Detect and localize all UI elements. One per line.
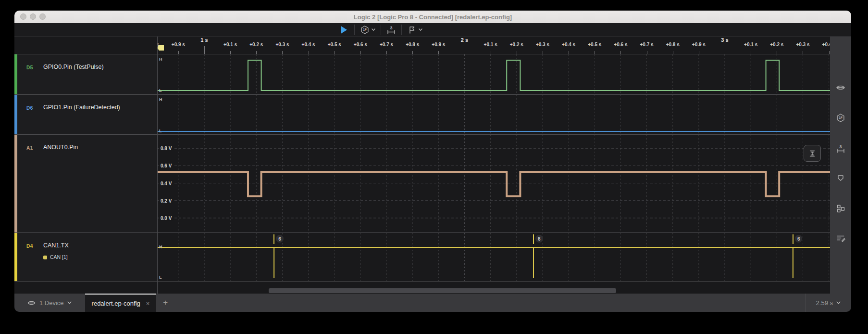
device-lens-icon [836, 83, 845, 92]
vertical-fit-icon [807, 149, 817, 158]
device-selector-button[interactable]: 1 Device [27, 299, 72, 307]
waveform-d4[interactable] [157, 233, 830, 281]
scrollbar-thumb[interactable] [269, 288, 616, 293]
measurements-panel-button[interactable]: 3 [836, 144, 845, 154]
channel-label-d5[interactable]: D5 GPIO0.Pin (TestPulse) [14, 54, 157, 94]
ruler-tick-label: +0.3 s [796, 42, 809, 47]
main-toolbar: 1F 3 [14, 23, 851, 37]
svg-text:3: 3 [839, 144, 842, 149]
device-selector-label: 1 Device [39, 299, 64, 307]
channel-row-d5: D5 GPIO0.Pin (TestPulse) HL [14, 54, 851, 94]
ruler-tick-label: +0.2 s [510, 42, 523, 47]
analyzer-swatch [43, 256, 47, 259]
channel-id-d6: D6 [26, 105, 33, 111]
ruler-tick-label: +0.4 s [822, 42, 830, 47]
markers-panel-button[interactable] [836, 173, 845, 183]
ruler-tick-label: +0.4 s [302, 42, 315, 47]
channel-id-d5: D5 [26, 65, 33, 70]
measure-ruler-icon: 3 [386, 25, 396, 35]
ruler-tick-mark [204, 46, 205, 54]
ruler-tick-label: +0.9 s [172, 42, 185, 47]
marker-flag-icon [836, 173, 845, 183]
channel-row-d4: D4 CAN1.TX CAN [1] HL666 [14, 232, 851, 281]
channel-label-a1[interactable]: A1 ANOUT0.Pin [14, 135, 157, 232]
voltage-scale-label: 0.8 V [159, 146, 173, 151]
right-sidebar: 1F 3 [830, 37, 851, 294]
waveform-d6[interactable] [157, 95, 830, 134]
ruler-tick-label: +0.5 s [588, 42, 601, 47]
label-waveform-divider [157, 37, 158, 294]
chevron-down-icon [67, 301, 72, 305]
notes-panel-button[interactable] [836, 233, 845, 243]
ruler-tick-label: 3 s [721, 37, 728, 43]
window-zoom-button[interactable] [39, 13, 46, 20]
trigger-settings-button[interactable]: 1F [355, 23, 381, 37]
channel-name-a1: ANOUT0.Pin [43, 144, 78, 151]
waveform-d5[interactable] [157, 54, 830, 94]
voltage-scale-label: 0.4 V [159, 180, 173, 186]
ruler-tick-label: +0.2 s [249, 42, 263, 47]
level-label: H [159, 57, 162, 62]
waveform-plot [157, 233, 830, 281]
ruler-tick-mark [465, 46, 465, 54]
ruler-tick-label: +0.1 s [484, 42, 497, 47]
timeline-ruler[interactable]: +0.8 s+0.9 s1 s+0.1 s+0.2 s+0.3 s+0.4 s+… [157, 37, 830, 54]
extensions-blocks-icon [836, 204, 845, 213]
title-bar: Logic 2 [Logic Pro 8 - Connected] [redal… [14, 11, 851, 23]
channel-label-d6[interactable]: D6 GPIO1.Pin (FailureDetected) [14, 95, 157, 134]
analog-scale-button[interactable] [804, 145, 821, 162]
ruler-tick-label: +0.2 s [770, 42, 783, 47]
can-frame-start-tick [533, 234, 534, 244]
ruler-tick-label: +0.8 s [666, 42, 680, 47]
ruler-tick-label: +0.6 s [354, 42, 367, 47]
level-label: H [159, 97, 162, 102]
channel-stripe-d6 [14, 95, 17, 134]
ruler-tick-label: +0.1 s [223, 42, 237, 47]
can-frame-badge[interactable]: 6 [276, 235, 284, 243]
measure-badge: 3 [390, 26, 392, 30]
ruler-tick-label: 2 s [461, 37, 468, 43]
chevron-down-icon [372, 28, 375, 31]
tab-close-button[interactable]: × [146, 300, 150, 307]
channel-row-d6: D6 GPIO1.Pin (FailureDetected) HL [14, 94, 851, 134]
horizontal-scrollbar[interactable] [14, 288, 851, 294]
ruler-tick-label: +0.1 s [744, 42, 757, 47]
channel-stripe-a1 [14, 135, 17, 232]
channel-row-a1: A1 ANOUT0.Pin 0.8 V0.6 V0.4 V0.2 V0.0 V [14, 134, 851, 232]
channel-stripe-d5 [14, 54, 17, 94]
start-capture-button[interactable] [333, 23, 354, 37]
timescale-dropdown[interactable]: 2.59 s [806, 299, 851, 307]
marker-tool-button[interactable] [402, 23, 428, 37]
capture-tab[interactable]: redalert.ep-config × [85, 294, 157, 312]
ruler-tick-label: +0.6 s [614, 42, 627, 47]
voltage-scale-label: 0.2 V [159, 198, 173, 203]
measurement-tool-button[interactable]: 3 [381, 23, 401, 37]
ruler-tick-label: +0.7 s [380, 42, 393, 47]
new-tab-button[interactable]: + [163, 298, 168, 308]
empty-strip [14, 281, 851, 288]
waveform-a1[interactable] [157, 135, 830, 232]
device-lens-icon [27, 300, 36, 306]
notes-pencil-icon [836, 233, 845, 243]
analyzers-panel-button[interactable]: 1F [836, 113, 845, 123]
window-minimize-button[interactable] [30, 13, 36, 20]
channel-rows: D5 GPIO0.Pin (TestPulse) HL D6 GPIO1.Pin… [14, 54, 851, 281]
channel-name-d4: CAN1.TX [43, 242, 69, 249]
trigger-badge: 1F [363, 28, 367, 31]
ruler-tick-label: +0.8 s [406, 42, 419, 47]
chevron-down-icon [419, 28, 422, 31]
can-frame-badge[interactable]: 6 [535, 235, 543, 243]
channel-name-d6: GPIO1.Pin (FailureDetected) [43, 104, 120, 111]
capture-toolbar-group: 1F 3 [333, 23, 428, 37]
level-label: L [159, 88, 162, 93]
channel-stripe-d4 [14, 233, 17, 281]
window-close-button[interactable] [20, 13, 26, 20]
window-title: Logic 2 [Logic Pro 8 - Connected] [redal… [354, 13, 512, 21]
app-window: Logic 2 [Logic Pro 8 - Connected] [redal… [14, 11, 851, 312]
chevron-down-icon [836, 301, 841, 305]
channel-label-d4[interactable]: D4 CAN1.TX CAN [1] [14, 233, 157, 281]
bottom-bar: 1 Device redalert.ep-config × + 2.59 s [14, 294, 851, 312]
voltage-scale-label: 0.6 V [159, 163, 173, 168]
devices-panel-button[interactable] [836, 83, 845, 92]
extensions-panel-button[interactable] [836, 204, 845, 213]
